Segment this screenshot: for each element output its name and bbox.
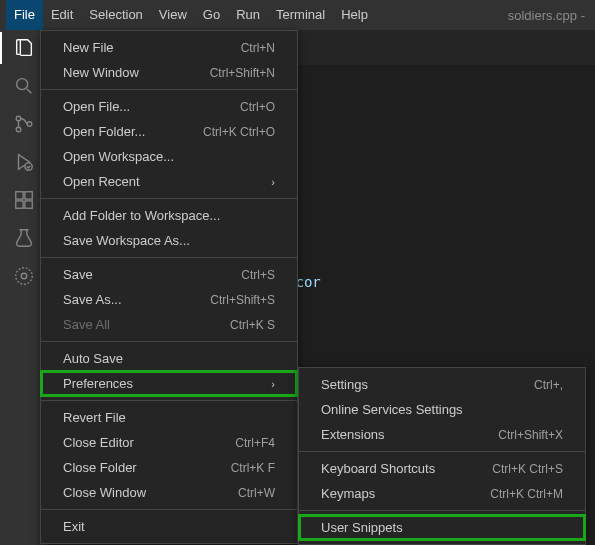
menu-item-exit[interactable]: Exit bbox=[41, 514, 297, 539]
menu-item-open-workspace[interactable]: Open Workspace... bbox=[41, 144, 297, 169]
menu-item-label: Close Window bbox=[63, 485, 146, 500]
explorer-icon[interactable] bbox=[12, 36, 36, 60]
chevron-right-icon: › bbox=[271, 378, 275, 390]
menu-item-add-folder-to-workspace[interactable]: Add Folder to Workspace... bbox=[41, 203, 297, 228]
menu-item-label: Open Folder... bbox=[63, 124, 145, 139]
menu-view[interactable]: View bbox=[151, 0, 195, 30]
run-icon[interactable] bbox=[12, 150, 36, 174]
menu-item-label: Save bbox=[63, 267, 93, 282]
svg-point-10 bbox=[21, 273, 27, 279]
svg-rect-7 bbox=[25, 201, 32, 208]
menu-item-label: Save As... bbox=[63, 292, 122, 307]
menu-item-label: Save All bbox=[63, 317, 110, 332]
preferences-submenu: SettingsCtrl+,Online Services SettingsEx… bbox=[298, 367, 586, 545]
menu-item-settings[interactable]: SettingsCtrl+, bbox=[299, 372, 585, 397]
menu-item-label: User Snippets bbox=[321, 520, 403, 535]
menu-edit[interactable]: Edit bbox=[43, 0, 81, 30]
menu-shortcut: Ctrl+K Ctrl+O bbox=[203, 125, 275, 139]
menu-item-keymaps[interactable]: KeymapsCtrl+K Ctrl+M bbox=[299, 481, 585, 506]
menu-item-label: Open File... bbox=[63, 99, 130, 114]
source-control-icon[interactable] bbox=[12, 112, 36, 136]
svg-point-0 bbox=[17, 79, 28, 90]
menu-shortcut: Ctrl+K S bbox=[230, 318, 275, 332]
menu-shortcut: Ctrl+O bbox=[240, 100, 275, 114]
menu-item-save-as[interactable]: Save As...Ctrl+Shift+S bbox=[41, 287, 297, 312]
menu-item-label: Revert File bbox=[63, 410, 126, 425]
menu-item-user-snippets[interactable]: User Snippets bbox=[299, 515, 585, 540]
menu-item-save-all: Save AllCtrl+K S bbox=[41, 312, 297, 337]
menu-selection[interactable]: Selection bbox=[81, 0, 150, 30]
search-icon[interactable] bbox=[12, 74, 36, 98]
menubar: File Edit Selection View Go Run Terminal… bbox=[0, 0, 595, 30]
menu-item-label: Keyboard Shortcuts bbox=[321, 461, 435, 476]
menu-item-label: New File bbox=[63, 40, 114, 55]
menu-run[interactable]: Run bbox=[228, 0, 268, 30]
menu-item-label: Open Workspace... bbox=[63, 149, 174, 164]
menu-item-auto-save[interactable]: Auto Save bbox=[41, 346, 297, 371]
menu-terminal[interactable]: Terminal bbox=[268, 0, 333, 30]
svg-point-1 bbox=[16, 116, 21, 121]
svg-rect-6 bbox=[16, 201, 23, 208]
menu-item-label: Online Services Settings bbox=[321, 402, 463, 417]
menu-item-close-editor[interactable]: Close EditorCtrl+F4 bbox=[41, 430, 297, 455]
menu-shortcut: Ctrl+N bbox=[241, 41, 275, 55]
menu-item-label: Exit bbox=[63, 519, 85, 534]
menu-item-label: Auto Save bbox=[63, 351, 123, 366]
menu-item-new-file[interactable]: New FileCtrl+N bbox=[41, 35, 297, 60]
menu-item-label: Open Recent bbox=[63, 174, 140, 189]
menu-shortcut: Ctrl+S bbox=[241, 268, 275, 282]
menu-item-save-workspace-as[interactable]: Save Workspace As... bbox=[41, 228, 297, 253]
menu-item-close-folder[interactable]: Close FolderCtrl+K F bbox=[41, 455, 297, 480]
svg-point-2 bbox=[16, 127, 21, 132]
svg-point-3 bbox=[27, 122, 32, 127]
menu-separator bbox=[41, 509, 297, 510]
menu-shortcut: Ctrl+Shift+X bbox=[498, 428, 563, 442]
menu-file[interactable]: File bbox=[6, 0, 43, 30]
menu-separator bbox=[299, 510, 585, 511]
menu-item-label: Settings bbox=[321, 377, 368, 392]
extensions-icon[interactable] bbox=[12, 188, 36, 212]
menu-item-label: Close Folder bbox=[63, 460, 137, 475]
menu-item-online-services-settings[interactable]: Online Services Settings bbox=[299, 397, 585, 422]
menu-separator bbox=[41, 257, 297, 258]
svg-rect-8 bbox=[25, 192, 32, 199]
menu-item-label: Extensions bbox=[321, 427, 385, 442]
menu-item-save[interactable]: SaveCtrl+S bbox=[41, 262, 297, 287]
menu-item-label: Keymaps bbox=[321, 486, 375, 501]
testing-icon[interactable] bbox=[12, 226, 36, 250]
menu-shortcut: Ctrl+K F bbox=[231, 461, 275, 475]
menu-shortcut: Ctrl+W bbox=[238, 486, 275, 500]
file-menu: New FileCtrl+NNew WindowCtrl+Shift+NOpen… bbox=[40, 30, 298, 544]
menu-item-preferences[interactable]: Preferences› bbox=[41, 371, 297, 396]
svg-rect-5 bbox=[16, 192, 23, 199]
menu-item-label: Add Folder to Workspace... bbox=[63, 208, 220, 223]
menu-item-label: Preferences bbox=[63, 376, 133, 391]
menu-separator bbox=[299, 451, 585, 452]
menu-item-open-recent[interactable]: Open Recent› bbox=[41, 169, 297, 194]
window-title: soldiers.cpp - bbox=[508, 8, 589, 23]
menu-shortcut: Ctrl+, bbox=[534, 378, 563, 392]
chevron-right-icon: › bbox=[271, 176, 275, 188]
menu-shortcut: Ctrl+Shift+S bbox=[210, 293, 275, 307]
menu-shortcut: Ctrl+K Ctrl+S bbox=[492, 462, 563, 476]
menu-go[interactable]: Go bbox=[195, 0, 228, 30]
menu-item-label: Close Editor bbox=[63, 435, 134, 450]
remote-icon[interactable] bbox=[12, 264, 36, 288]
menu-separator bbox=[41, 89, 297, 90]
menu-item-close-window[interactable]: Close WindowCtrl+W bbox=[41, 480, 297, 505]
menu-shortcut: Ctrl+K Ctrl+M bbox=[490, 487, 563, 501]
menu-item-extensions[interactable]: ExtensionsCtrl+Shift+X bbox=[299, 422, 585, 447]
menu-item-label: Save Workspace As... bbox=[63, 233, 190, 248]
menu-help[interactable]: Help bbox=[333, 0, 376, 30]
menu-item-label: New Window bbox=[63, 65, 139, 80]
menu-item-revert-file[interactable]: Revert File bbox=[41, 405, 297, 430]
menu-item-open-folder[interactable]: Open Folder...Ctrl+K Ctrl+O bbox=[41, 119, 297, 144]
menu-item-new-window[interactable]: New WindowCtrl+Shift+N bbox=[41, 60, 297, 85]
menu-item-open-file[interactable]: Open File...Ctrl+O bbox=[41, 94, 297, 119]
svg-point-9 bbox=[16, 268, 33, 285]
menu-separator bbox=[41, 198, 297, 199]
menu-separator bbox=[41, 400, 297, 401]
menu-separator bbox=[41, 341, 297, 342]
menu-item-keyboard-shortcuts[interactable]: Keyboard ShortcutsCtrl+K Ctrl+S bbox=[299, 456, 585, 481]
menu-shortcut: Ctrl+Shift+N bbox=[210, 66, 275, 80]
